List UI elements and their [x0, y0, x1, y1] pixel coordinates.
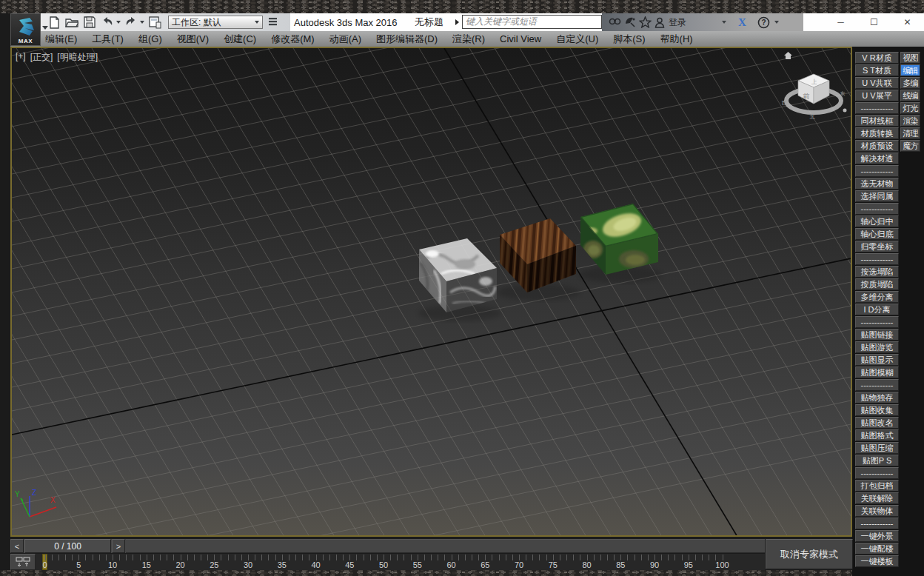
search-input[interactable]: 键入关键字或短语: [462, 15, 602, 29]
script-separator[interactable]: ------------: [855, 379, 899, 391]
category-tab-3[interactable]: 线编: [900, 90, 920, 101]
viewcube-home-dot[interactable]: [843, 109, 847, 113]
category-tab-5[interactable]: 渲染: [900, 115, 920, 127]
script-button[interactable]: V R材质: [855, 52, 899, 64]
script-button[interactable]: 贴图压缩: [855, 442, 899, 454]
script-button[interactable]: 贴图格式: [855, 429, 899, 441]
new-file-button[interactable]: [47, 15, 61, 30]
marble-cube[interactable]: [419, 238, 497, 312]
menu-item-12[interactable]: 帮助(H): [653, 33, 700, 46]
menu-item-4[interactable]: 创建(C): [216, 33, 264, 46]
script-button[interactable]: 选无材物: [855, 178, 899, 190]
script-separator[interactable]: ------------: [855, 253, 899, 265]
script-button[interactable]: 轴心归中: [855, 215, 899, 227]
script-button[interactable]: 贴图游览: [855, 341, 899, 353]
script-button[interactable]: 打包归档: [855, 480, 899, 492]
search-icon[interactable]: [608, 15, 623, 30]
category-tab-6[interactable]: 清理: [900, 127, 920, 139]
script-button[interactable]: 贴物独存: [855, 392, 899, 403]
time-slider-track[interactable]: [126, 539, 765, 553]
undo-button[interactable]: [100, 15, 115, 30]
script-button[interactable]: 按选塌陷: [855, 266, 899, 278]
track-bar[interactable]: 0510152025303540455055606570758085909510…: [10, 554, 765, 570]
script-button[interactable]: 同材线框: [855, 115, 899, 127]
script-button[interactable]: 一键外景: [855, 530, 899, 542]
cancel-expert-mode-button[interactable]: 取消专家模式: [766, 539, 853, 569]
signin-label[interactable]: 登录: [669, 16, 686, 29]
save-button[interactable]: [82, 15, 97, 30]
signin-caret[interactable]: [722, 21, 726, 24]
script-button[interactable]: 多维分离: [855, 291, 899, 303]
script-separator[interactable]: ------------: [855, 203, 899, 215]
script-button[interactable]: 解决材透: [855, 153, 899, 164]
maximize-button[interactable]: ☐: [857, 13, 891, 31]
script-button[interactable]: 一键楼板: [855, 555, 899, 567]
script-button[interactable]: S T材质: [855, 64, 899, 76]
script-button[interactable]: 材质预设: [855, 140, 899, 152]
script-button[interactable]: 贴图改名: [855, 417, 899, 429]
viewcube[interactable]: 上 前 北 西 东: [782, 52, 847, 120]
script-button[interactable]: 归零坐标: [855, 241, 899, 252]
open-file-button[interactable]: [64, 15, 79, 30]
menu-item-8[interactable]: 渲染(R): [445, 33, 492, 46]
help-icon[interactable]: ?: [757, 15, 771, 30]
script-separator[interactable]: ------------: [855, 518, 899, 529]
app-menu-caret[interactable]: [42, 26, 48, 30]
script-button[interactable]: U V共联: [855, 77, 899, 89]
communication-center-icon[interactable]: [623, 15, 637, 30]
menu-item-1[interactable]: 工具(T): [84, 33, 131, 46]
menu-item-5[interactable]: 修改器(M): [264, 33, 322, 46]
menu-item-6[interactable]: 动画(A): [322, 33, 369, 46]
script-button[interactable]: 贴图模糊: [855, 366, 899, 378]
category-tab-2[interactable]: 多编: [900, 77, 920, 89]
toolbar-options-icon[interactable]: [266, 15, 281, 30]
application-menu-button[interactable]: MAX: [10, 13, 41, 46]
category-tab-7[interactable]: 魔方: [900, 140, 920, 152]
menu-item-2[interactable]: 组(G): [131, 33, 170, 46]
workspace-dropdown[interactable]: 工作区: 默认: [168, 16, 263, 29]
viewport-orthographic[interactable]: 上 前 北 西 东 X Z Y [+] [正交] [明暗处理]: [10, 47, 852, 537]
wood-cube[interactable]: [500, 218, 576, 292]
green-camo-cube[interactable]: [580, 204, 658, 275]
favorites-star-icon[interactable]: [637, 15, 652, 30]
close-button[interactable]: ✕: [891, 13, 924, 31]
menu-item-10[interactable]: 自定义(U): [549, 33, 606, 46]
menu-item-11[interactable]: 脚本(S): [606, 33, 652, 46]
script-button[interactable]: 贴图显示: [855, 354, 899, 366]
script-separator[interactable]: ------------: [855, 467, 899, 479]
prev-frame-button[interactable]: <: [10, 539, 24, 553]
category-tab-0[interactable]: 视图: [900, 52, 920, 64]
script-button[interactable]: 按质塌陷: [855, 278, 899, 290]
redo-dropdown-caret[interactable]: [140, 21, 144, 24]
viewport-menu-general[interactable]: [+]: [16, 51, 26, 64]
menu-item-9[interactable]: Civil View: [492, 33, 549, 44]
script-button[interactable]: I D分离: [855, 304, 899, 315]
script-separator[interactable]: ------------: [855, 316, 899, 328]
scene-objects[interactable]: [418, 204, 662, 321]
mini-trackbar-button[interactable]: [10, 554, 36, 570]
workspace-icon[interactable]: [147, 15, 162, 30]
redo-button[interactable]: [124, 15, 138, 30]
help-caret[interactable]: [774, 21, 779, 24]
script-button[interactable]: 选择同属: [855, 190, 899, 202]
menu-item-3[interactable]: 视图(V): [170, 33, 216, 46]
viewport-menu-pov[interactable]: [正交]: [30, 51, 53, 64]
script-button[interactable]: 关联解除: [855, 492, 899, 504]
menu-item-7[interactable]: 图形编辑器(D): [369, 33, 445, 46]
script-button[interactable]: 轴心归底: [855, 228, 899, 240]
script-button[interactable]: 贴图P S: [855, 455, 899, 466]
script-separator[interactable]: ------------: [855, 102, 899, 114]
viewport-menu-shading[interactable]: [明暗处理]: [57, 51, 98, 64]
script-button[interactable]: 一键配楼: [855, 543, 899, 555]
script-separator[interactable]: ------------: [855, 165, 899, 177]
category-tab-1[interactable]: 编辑: [900, 64, 920, 76]
next-frame-button[interactable]: >: [112, 539, 125, 553]
script-button[interactable]: 关联物体: [855, 505, 899, 517]
signin-user-icon[interactable]: [652, 15, 667, 30]
search-expand-arrow[interactable]: [455, 19, 459, 25]
script-button[interactable]: 贴图收集: [855, 404, 899, 416]
menu-item-0[interactable]: 编辑(E): [38, 33, 84, 46]
category-tab-4[interactable]: 灯光: [900, 102, 920, 114]
exchange-apps-icon[interactable]: X: [738, 16, 746, 29]
script-button[interactable]: 贴图链接: [855, 329, 899, 341]
